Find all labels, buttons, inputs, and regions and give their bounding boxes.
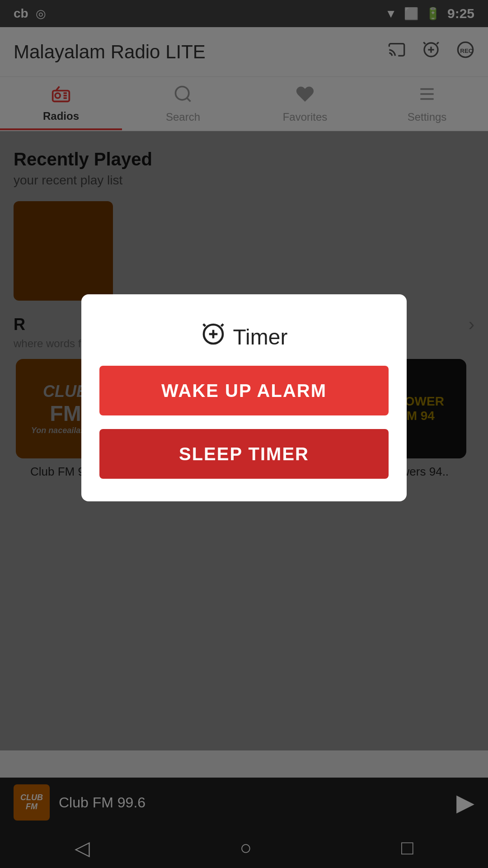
timer-icon — [201, 321, 226, 352]
wake-up-alarm-button[interactable]: WAKE UP ALARM — [99, 366, 389, 415]
modal-title: Timer — [201, 321, 288, 352]
modal-overlay: Timer WAKE UP ALARM SLEEP TIMER — [0, 0, 488, 868]
timer-modal: Timer WAKE UP ALARM SLEEP TIMER — [81, 294, 407, 501]
sleep-timer-button[interactable]: SLEEP TIMER — [99, 429, 389, 479]
modal-title-text: Timer — [233, 325, 288, 349]
